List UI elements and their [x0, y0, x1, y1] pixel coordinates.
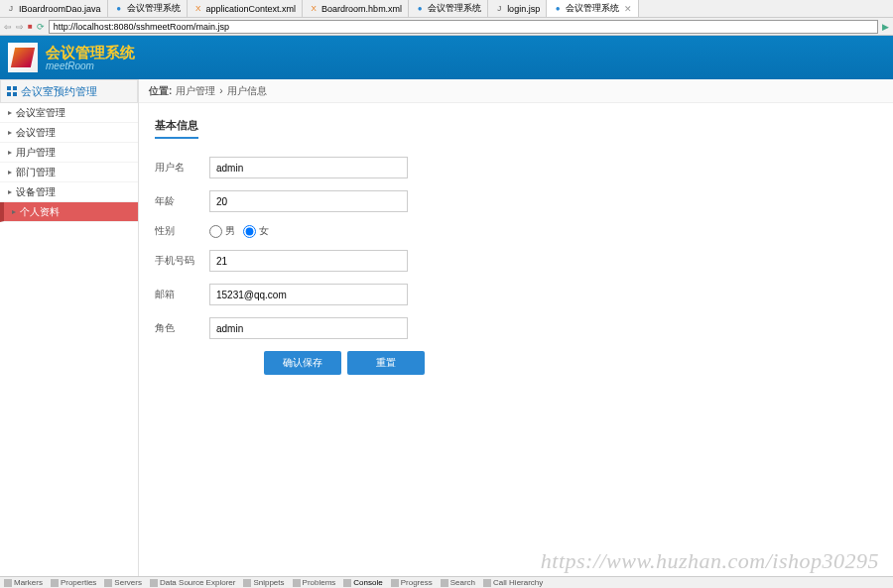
console-icon — [343, 579, 351, 587]
status-bar: Markers Properties Servers Data Source E… — [0, 576, 893, 588]
status-markers[interactable]: Markers — [4, 578, 43, 587]
snippets-icon — [243, 579, 251, 587]
label-age: 年龄 — [155, 194, 209, 208]
role-input[interactable] — [209, 317, 408, 339]
status-snippets[interactable]: Snippets — [243, 578, 284, 587]
go-icon[interactable]: ▶ — [882, 22, 889, 32]
sidebar: 会议室预约管理 ▸会议室管理 ▸会议管理 ▸用户管理 ▸部门管理 ▸设备管理 ▸… — [0, 79, 139, 576]
status-progress[interactable]: Progress — [391, 578, 433, 587]
label-gender: 性别 — [155, 224, 209, 238]
tab-appcontext[interactable]: XapplicationContext.xml — [188, 0, 304, 17]
chevron-right-icon: ▸ — [8, 128, 12, 137]
data-source-icon — [150, 579, 158, 587]
chevron-right-icon: ▸ — [8, 148, 12, 157]
xml-icon: X — [193, 4, 203, 14]
chevron-right-icon: ▸ — [8, 168, 12, 176]
label-email: 邮箱 — [155, 288, 209, 301]
radio-female[interactable] — [243, 225, 256, 238]
phone-input[interactable] — [209, 250, 408, 272]
username-input[interactable] — [209, 157, 408, 178]
problems-icon — [293, 579, 301, 587]
progress-icon — [391, 579, 399, 587]
servers-icon — [104, 579, 112, 587]
url-input[interactable] — [49, 20, 878, 34]
web-icon: ● — [114, 4, 124, 14]
refresh-icon[interactable]: ⟳ — [37, 22, 45, 32]
browser-toolbar: ⇦ ⇨ ■ ⟳ ▶ — [0, 18, 893, 36]
label-phone: 手机号码 — [155, 254, 209, 268]
label-username: 用户名 — [155, 161, 209, 175]
reset-button[interactable]: 重置 — [347, 351, 425, 375]
breadcrumb: 位置: 用户管理 › 用户信息 — [139, 79, 893, 103]
web-icon: ● — [415, 4, 425, 14]
jsp-icon: J — [494, 4, 504, 14]
sidebar-item-user-manage[interactable]: ▸用户管理 — [0, 143, 138, 163]
logo-icon — [11, 48, 35, 67]
tab-login-jsp[interactable]: Jlogin.jsp — [488, 0, 547, 17]
tab-meeting-system-2[interactable]: ●会议管理系统 — [409, 0, 488, 17]
tab-iboardroomdao[interactable]: JIBoardroomDao.java — [0, 0, 108, 17]
search-icon — [441, 579, 448, 587]
tab-boardroom-hbm[interactable]: XBoardroom.hbm.xml — [303, 0, 409, 17]
section-title: 基本信息 — [155, 118, 198, 139]
markers-icon — [4, 579, 12, 587]
content: 位置: 用户管理 › 用户信息 基本信息 用户名 年龄 性别 男 女 手机号码 — [139, 79, 893, 576]
web-icon: ● — [553, 4, 563, 14]
sidebar-item-dept-manage[interactable]: ▸部门管理 — [0, 163, 138, 182]
radio-male[interactable] — [209, 225, 222, 238]
java-icon: J — [6, 4, 16, 14]
xml-icon: X — [309, 4, 319, 14]
forward-icon[interactable]: ⇨ — [16, 22, 24, 32]
app-header: 会议管理系统 meetRoom — [0, 36, 893, 79]
sidebar-item-meeting-manage[interactable]: ▸会议管理 — [0, 123, 138, 143]
call-hierarchy-icon — [483, 579, 491, 587]
sidebar-header: 会议室预约管理 — [0, 79, 138, 103]
email-input[interactable] — [209, 284, 408, 305]
sidebar-item-profile[interactable]: ▸个人资料 — [0, 202, 138, 222]
editor-tabs: JIBoardroomDao.java ●会议管理系统 Xapplication… — [0, 0, 893, 18]
status-problems[interactable]: Problems — [293, 578, 336, 587]
back-icon[interactable]: ⇦ — [4, 22, 12, 32]
tab-meeting-system-1[interactable]: ●会议管理系统 — [108, 0, 188, 17]
status-search[interactable]: Search — [441, 578, 475, 587]
grid-icon — [7, 86, 17, 96]
tab-meeting-system-3[interactable]: ●会议管理系统✕ — [547, 0, 639, 17]
status-console[interactable]: Console — [343, 578, 382, 587]
logo — [8, 43, 38, 72]
label-role: 角色 — [155, 321, 209, 335]
age-input[interactable] — [209, 190, 408, 212]
chevron-right-icon: ▸ — [8, 187, 12, 196]
watermark: https://www.huzhan.com/ishop30295 — [541, 548, 879, 574]
status-servers[interactable]: Servers — [104, 578, 142, 587]
status-properties[interactable]: Properties — [51, 578, 96, 587]
radio-female-label[interactable]: 女 — [243, 224, 269, 238]
sidebar-item-room-manage[interactable]: ▸会议室管理 — [0, 103, 138, 123]
status-call-hierarchy[interactable]: Call Hierarchy — [483, 578, 543, 587]
stop-icon[interactable]: ■ — [28, 22, 33, 31]
sidebar-item-equipment-manage[interactable]: ▸设备管理 — [0, 182, 138, 202]
close-icon[interactable]: ✕ — [624, 4, 632, 14]
properties-icon — [51, 579, 59, 587]
chevron-right-icon: ▸ — [12, 207, 16, 216]
status-data-source[interactable]: Data Source Explorer — [150, 578, 235, 587]
submit-button[interactable]: 确认保存 — [264, 351, 341, 375]
chevron-right-icon: ▸ — [8, 108, 12, 117]
radio-male-label[interactable]: 男 — [209, 224, 235, 238]
